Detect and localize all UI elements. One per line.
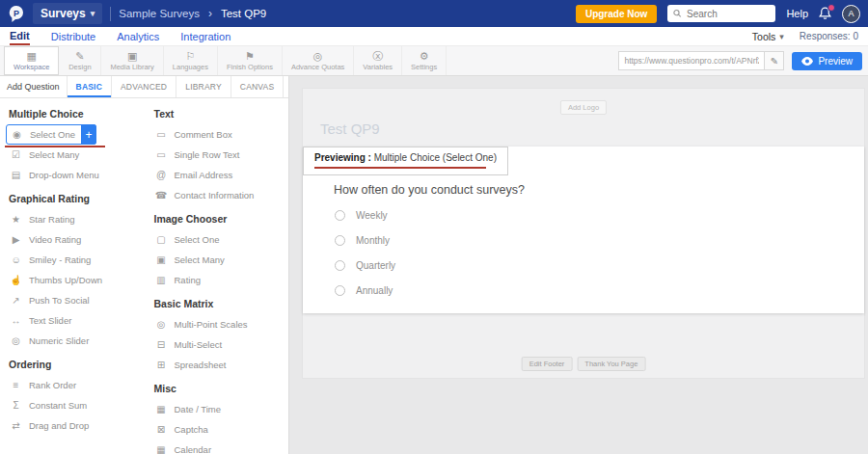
nav-right-group: Tools ▾ Responses: 0 [752, 31, 858, 42]
answer-options: Weekly Monthly Quarterly Annually [335, 207, 395, 298]
radio-icon[interactable] [335, 260, 345, 271]
question-type-smiley-rating[interactable]: ☺ Smiley - Rating [6, 250, 138, 270]
select-many-icon: ☑ [10, 149, 22, 160]
answer-option-monthly[interactable]: Monthly [335, 232, 395, 248]
question-type-image-select-one[interactable]: ▢ Select One [151, 229, 284, 250]
nav-tab-analytics[interactable]: Analytics [117, 29, 159, 44]
question-type-rank-order[interactable]: ≡ Rank Order [6, 375, 138, 395]
question-preview-panel: Previewing : Multiple Choice (Select One… [303, 147, 864, 313]
topbar-right-group: Upgrade Now Help A [576, 5, 860, 23]
nav-tab-edit[interactable]: Edit [10, 28, 30, 45]
question-type-captcha[interactable]: ⊠ Captcha [151, 419, 284, 440]
survey-url-input[interactable] [618, 51, 765, 70]
radio-icon[interactable] [335, 285, 345, 296]
questionpro-app: P Surveys ▾ Sample Surveys › Test QP9 Up… [0, 0, 868, 454]
section-text: Text ▭ Comment Box ▭ Single Row Text @ E… [151, 100, 284, 205]
question-type-star-rating[interactable]: ★ Star Rating [6, 209, 138, 229]
question-type-thumbs-up-down[interactable]: ☝ Thumbs Up/Down [6, 270, 138, 290]
add-question-panel: Add Question BASIC ADVANCED LIBRARY CANV… [0, 76, 289, 454]
question-type-email-address[interactable]: @ Email Address [151, 165, 284, 185]
toolbar-item-advance-quotas[interactable]: ◎ Advance Quotas [283, 46, 354, 75]
account-avatar[interactable]: A [842, 5, 860, 23]
breadcrumb-parent[interactable]: Sample Surveys [119, 8, 200, 19]
toolbar-item-media-library[interactable]: ▣ Media Library [101, 46, 163, 75]
toolbar-item-workspace[interactable]: ▦ Workspace [4, 46, 59, 75]
section-basic-matrix: Basic Matrix ◎ Multi-Point Scales ⊟ Mult… [151, 290, 284, 375]
image-select-many-icon: ▣ [155, 254, 168, 265]
question-type-select-many[interactable]: ☑ Select Many [6, 145, 138, 165]
add-select-one-button[interactable]: + [81, 124, 96, 145]
survey-title[interactable]: Test QP9 [320, 120, 380, 137]
svg-text:P: P [14, 9, 19, 18]
questionpro-logo[interactable]: P [8, 5, 25, 22]
question-type-multi-point-scales[interactable]: ◎ Multi-Point Scales [151, 314, 284, 334]
nav-tab-distribute[interactable]: Distribute [51, 29, 95, 44]
dropdown-menu-icon: ▤ [10, 170, 22, 180]
design-icon: ✎ [75, 51, 84, 62]
at-icon: @ [155, 170, 168, 180]
topbar-divider [110, 7, 111, 21]
toolbar-item-settings[interactable]: ⚙ Settings [402, 46, 447, 75]
tab-library[interactable]: LIBRARY [176, 76, 231, 97]
question-type-text-slider[interactable]: ↔ Text Slider [6, 310, 138, 331]
question-type-image-rating[interactable]: ▥ Rating [151, 270, 284, 290]
question-type-date-time[interactable]: ▦ Date / Time [151, 399, 284, 419]
search-input[interactable] [687, 9, 770, 19]
question-type-numeric-slider[interactable]: ◎ Numeric Slider [6, 331, 138, 351]
question-type-video-rating[interactable]: ▶ Video Rating [6, 229, 138, 250]
answer-option-annually[interactable]: Annually [335, 282, 395, 298]
question-type-comment-box[interactable]: ▭ Comment Box [151, 124, 284, 145]
chevron-down-icon: ▾ [91, 9, 95, 18]
pencil-icon: ✎ [771, 56, 778, 67]
question-type-multi-select[interactable]: ⊟ Multi-Select [151, 334, 284, 355]
thank-you-page-button[interactable]: Thank You Page [577, 357, 645, 371]
toolbar-right-group: ✎ Preview [618, 46, 864, 75]
multi-select-icon: ⊟ [155, 339, 168, 350]
question-type-select-one[interactable]: ◉ Select One + [6, 124, 96, 145]
variables-icon: ⓧ [372, 51, 383, 62]
upgrade-now-button[interactable]: Upgrade Now [576, 5, 657, 23]
nav-tab-integration[interactable]: Integration [180, 29, 231, 44]
help-link[interactable]: Help [786, 8, 808, 19]
section-misc: Misc ▦ Date / Time ⊠ Captcha ▦ Calendar [151, 375, 284, 454]
edit-footer-button[interactable]: Edit Footer [522, 357, 573, 371]
notifications-button[interactable] [819, 7, 831, 20]
panel-body: Multiple Choice ◉ Select One + ☑ Select … [0, 98, 288, 454]
question-type-drag-and-drop[interactable]: ⇄ Drag and Drop [6, 415, 138, 436]
tab-basic[interactable]: BASIC [67, 76, 111, 97]
surveys-menu[interactable]: Surveys ▾ [33, 3, 102, 24]
answer-option-weekly[interactable]: Weekly [335, 207, 395, 223]
toolbar-item-variables[interactable]: ⓧ Variables [354, 46, 402, 75]
breadcrumb: Sample Surveys › Test QP9 [119, 7, 266, 20]
content-area: Add Question BASIC ADVANCED LIBRARY CANV… [0, 76, 868, 454]
edit-url-button[interactable]: ✎ [765, 51, 784, 70]
smiley-icon: ☺ [10, 254, 22, 265]
toolbar-item-languages[interactable]: ⚐ Languages [164, 46, 218, 75]
question-type-single-row-text[interactable]: ▭ Single Row Text [151, 145, 284, 165]
tools-menu[interactable]: Tools ▾ [752, 31, 784, 42]
preview-button[interactable]: Preview [792, 52, 862, 70]
eye-icon [801, 57, 813, 66]
question-type-push-to-social[interactable]: ↗ Push To Social [6, 290, 138, 310]
question-type-calendar[interactable]: ▦ Calendar [151, 440, 284, 454]
question-type-image-select-many[interactable]: ▣ Select Many [151, 250, 284, 270]
question-type-spreadsheet[interactable]: ⊞ Spreadsheet [151, 355, 284, 375]
question-type-constant-sum[interactable]: Σ Constant Sum [6, 395, 138, 415]
answer-option-quarterly[interactable]: Quarterly [335, 257, 395, 273]
workspace-icon: ▦ [26, 51, 36, 62]
breadcrumb-current-survey-title[interactable]: Test QP9 [221, 8, 266, 19]
responses-count[interactable]: Responses: 0 [800, 31, 858, 41]
radio-icon[interactable] [335, 210, 345, 221]
tab-advanced[interactable]: ADVANCED [111, 76, 176, 97]
toolbar-item-finish-options[interactable]: ⚑ Finish Options [218, 46, 283, 75]
add-logo-button[interactable]: Add Logo [560, 100, 607, 115]
radio-icon[interactable] [335, 235, 345, 246]
tab-canvas[interactable]: CANVAS [231, 76, 284, 97]
section-image-chooser: Image Chooser ▢ Select One ▣ Select Many… [151, 205, 284, 290]
languages-icon: ⚐ [185, 51, 195, 62]
previewing-highlight-underline [314, 167, 486, 169]
toolbar-item-design[interactable]: ✎ Design [59, 46, 101, 75]
question-type-dropdown-menu[interactable]: ▤ Drop-down Menu [6, 165, 138, 185]
thumbs-icon: ☝ [10, 275, 22, 285]
question-type-contact-information[interactable]: ☎ Contact Information [151, 185, 284, 205]
